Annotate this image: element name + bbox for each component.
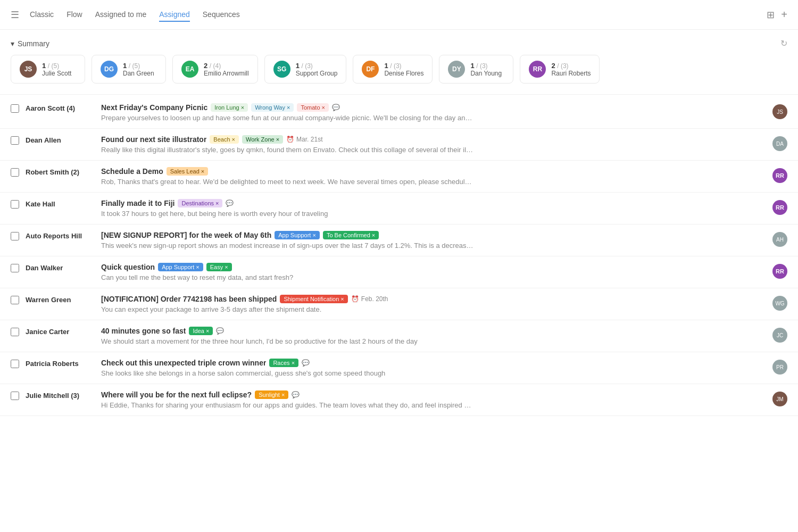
conv-subject: 40 minutes gone so fast (101, 327, 186, 335)
conv-tag[interactable]: Sunlight × (255, 390, 288, 399)
conv-body: Found our next site illustratorBeach ×Wo… (101, 135, 766, 154)
summary-card-dan-young[interactable]: DY1 / (3)Dan Young (439, 55, 513, 84)
conv-tag[interactable]: Wrong Way × (251, 103, 294, 112)
conv-tag[interactable]: Iron Lung × (211, 103, 248, 112)
conv-item-robert-smith[interactable]: Robert Smith (2)Schedule a DemoSales Lea… (0, 161, 798, 193)
summary-card-denise-flores[interactable]: DF1 / (3)Denise Flores (353, 55, 433, 84)
summary-card-emilio-arrowmill[interactable]: EA2 / (4)Emilio Arrowmill (172, 55, 258, 84)
agent-avatar: DG (101, 61, 118, 78)
conv-tag[interactable]: Races × (269, 359, 298, 367)
conv-subject-line: Next Friday's Company PicnicIron Lung ×W… (101, 103, 766, 112)
conv-item-dan-walker[interactable]: Dan WalkerQuick questionApp Support ×Eas… (0, 256, 798, 288)
snooze-icon[interactable]: 💬 (226, 200, 234, 207)
conv-date: ⏰ Mar. 21st (286, 136, 322, 143)
conv-tag[interactable]: App Support × (158, 263, 203, 271)
agent-info: 2 / (4)Emilio Arrowmill (204, 62, 249, 77)
menu-button[interactable]: ☰ (11, 9, 19, 21)
conv-tag[interactable]: Shipment Notification × (280, 295, 347, 303)
nav-tab-flow[interactable]: Flow (66, 8, 82, 22)
assignee-avatar: AH (772, 232, 787, 247)
summary-card-support-group[interactable]: SG1 / (3)Support Group (264, 55, 347, 84)
agent-info: 1 / (3)Denise Flores (384, 62, 423, 77)
conv-tag[interactable]: Tomato × (297, 103, 329, 112)
conv-checkbox[interactable] (11, 104, 19, 113)
agent-name: Denise Flores (384, 70, 423, 77)
snooze-icon[interactable]: 💬 (332, 104, 340, 111)
conv-item-janice-carter[interactable]: Janice Carter40 minutes gone so fastIdea… (0, 320, 798, 352)
conv-tag[interactable]: To Be Confirmed × (323, 231, 379, 239)
summary-card-rauri-roberts[interactable]: RR2 / (3)Rauri Roberts (520, 55, 600, 84)
conv-item-aaron-scott[interactable]: Aaron Scott (4)Next Friday's Company Pic… (0, 97, 798, 129)
conv-sender: Kate Hall (26, 199, 95, 208)
conv-tag[interactable]: Work Zone × (242, 135, 283, 144)
assignee-badge: RR (772, 200, 787, 215)
assignee-badge: RR (772, 264, 787, 279)
agent-avatar: EA (181, 61, 198, 78)
conv-subject: [NEW SIGNUP REPORT] for the week of May … (101, 231, 271, 239)
conv-tag[interactable]: Destinations × (178, 199, 222, 207)
agent-count: 1 / (3) (470, 62, 502, 70)
conv-subject: Check out this unexpected triple crown w… (101, 359, 266, 367)
conv-checkbox[interactable] (11, 360, 19, 368)
conv-checkbox[interactable] (11, 136, 19, 145)
conv-item-auto-reports-hill[interactable]: Auto Reports Hill[NEW SIGNUP REPORT] for… (0, 225, 798, 256)
summary-card-dan-green[interactable]: DG1 / (5)Dan Green (92, 55, 166, 84)
conv-tag[interactable]: Beach × (210, 135, 239, 144)
conv-tag[interactable]: App Support × (275, 231, 320, 239)
snooze-icon[interactable]: 💬 (216, 327, 224, 335)
conv-subject: [NOTIFICATION] Order 7742198 has been sh… (101, 295, 277, 303)
conv-assignee: RR (772, 167, 787, 183)
nav-tab-classic[interactable]: Classic (30, 8, 54, 22)
conv-subject: Where will you be for the next full ecli… (101, 390, 252, 399)
agent-name: Emilio Arrowmill (204, 70, 249, 77)
add-button[interactable]: + (781, 9, 787, 21)
conv-sender: Janice Carter (26, 327, 95, 336)
summary-cards: JS1 / (5)Julie ScottDG1 / (5)Dan GreenEA… (11, 55, 787, 84)
conv-body: Next Friday's Company PicnicIron Lung ×W… (101, 103, 766, 122)
conv-preview: It took 37 hours to get here, but being … (101, 210, 473, 218)
conv-checkbox[interactable] (11, 328, 19, 336)
conv-checkbox[interactable] (11, 264, 19, 272)
grid-view-button[interactable]: ⊞ (767, 9, 775, 21)
conv-checkbox[interactable] (11, 392, 19, 400)
reload-button[interactable]: ↻ (780, 38, 787, 48)
snooze-icon[interactable]: 💬 (302, 359, 310, 367)
conv-assignee: JC (772, 327, 787, 343)
agent-info: 1 / (5)Dan Green (123, 62, 154, 77)
nav-tab-assigned[interactable]: Assigned (159, 8, 190, 22)
conv-tag[interactable]: Easy × (206, 263, 232, 271)
conv-sender: Julie Mitchell (3) (26, 390, 95, 400)
conv-body: Finally made it to FijiDestinations ×💬It… (101, 199, 766, 218)
conv-item-warren-green[interactable]: Warren Green[NOTIFICATION] Order 7742198… (0, 288, 798, 320)
conv-assignee: JS (772, 103, 787, 119)
conv-subject: Found our next site illustrator (101, 135, 206, 144)
conv-assignee: WG (772, 295, 787, 311)
top-nav: ☰ ClassicFlowAssigned to meAssignedSeque… (0, 0, 798, 30)
conv-item-kate-hall[interactable]: Kate HallFinally made it to FijiDestinat… (0, 193, 798, 225)
agent-avatar: DF (362, 61, 379, 78)
conv-preview: She looks like she belongs in a horse sa… (101, 369, 473, 377)
conv-item-patricia-roberts[interactable]: Patricia RobertsCheck out this unexpecte… (0, 352, 798, 384)
agent-info: 2 / (3)Rauri Roberts (551, 62, 591, 77)
conv-preview: Rob, Thanks that's great to hear. We'd b… (101, 178, 473, 186)
conv-tag[interactable]: Sales Lead × (167, 167, 209, 176)
summary-toggle[interactable]: ▾ Summary (11, 39, 49, 48)
summary-card-julie-scott[interactable]: JS1 / (5)Julie Scott (11, 55, 85, 84)
nav-tab-sequences[interactable]: Sequences (203, 8, 240, 22)
assignee-avatar: WG (772, 296, 787, 311)
nav-tab-assigned-to-me[interactable]: Assigned to me (95, 8, 147, 22)
conv-checkbox[interactable] (11, 200, 19, 209)
conv-checkbox[interactable] (11, 168, 19, 177)
conv-sender: Dan Walker (26, 263, 95, 272)
assignee-badge: RR (772, 168, 787, 183)
snooze-icon[interactable]: 💬 (292, 391, 300, 398)
conv-body: Check out this unexpected triple crown w… (101, 359, 766, 377)
conv-tag[interactable]: Idea × (189, 327, 213, 335)
conv-checkbox[interactable] (11, 296, 19, 304)
conv-date: ⏰ Feb. 20th (351, 295, 388, 303)
conv-item-julie-mitchell[interactable]: Julie Mitchell (3)Where will you be for … (0, 384, 798, 416)
conv-preview: Really like this digital illustrator's s… (101, 146, 473, 154)
conv-checkbox[interactable] (11, 232, 19, 240)
conv-item-dean-allen[interactable]: Dean AllenFound our next site illustrato… (0, 129, 798, 161)
conv-body: [NEW SIGNUP REPORT] for the week of May … (101, 231, 766, 250)
